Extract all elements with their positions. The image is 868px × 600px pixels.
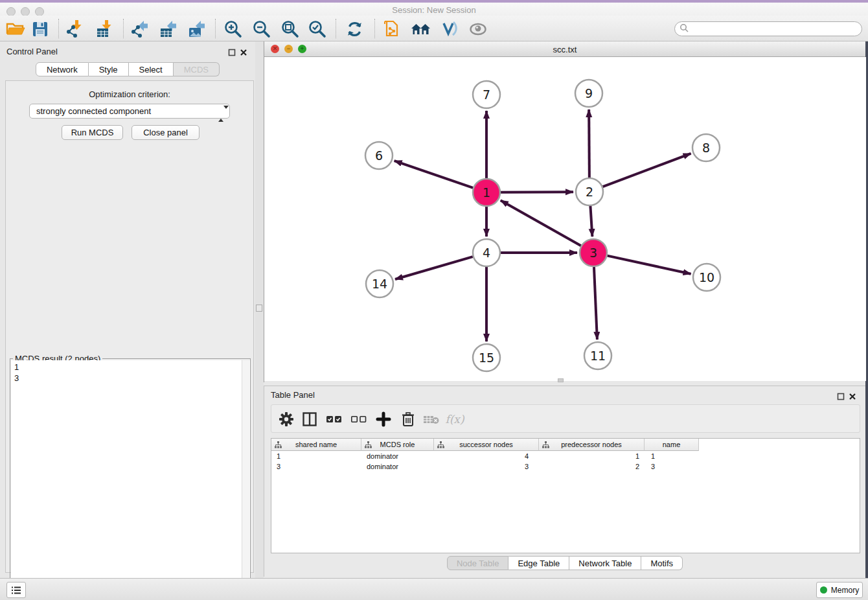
graph-node-label-11: 11 bbox=[590, 349, 606, 363]
zoom-in-icon[interactable] bbox=[223, 19, 244, 40]
zoom-out-icon[interactable] bbox=[251, 19, 272, 40]
column-header-successor-nodes[interactable]: successor nodes bbox=[434, 439, 539, 451]
graph-node-label-1: 1 bbox=[483, 185, 490, 200]
table-cell-successor-nodes[interactable]: 3 bbox=[434, 461, 539, 472]
export-network-icon[interactable] bbox=[130, 19, 150, 40]
mcds-result-scrollbar[interactable] bbox=[242, 360, 249, 600]
graph-node-label-2: 2 bbox=[586, 185, 593, 199]
network-graph[interactable]: 1234678910111415 bbox=[264, 57, 866, 381]
graph-node-label-9: 9 bbox=[585, 86, 593, 100]
control-panel-tabs: NetworkStyleSelectMCDS bbox=[0, 62, 255, 76]
add-column-icon[interactable] bbox=[374, 410, 393, 428]
gear-icon[interactable] bbox=[277, 410, 296, 428]
tab-node-table[interactable]: Node Table bbox=[447, 556, 509, 570]
optimization-criterion-label: Optimization criterion: bbox=[6, 89, 253, 99]
graph-edge-1-2[interactable] bbox=[501, 192, 573, 192]
refresh-icon[interactable] bbox=[345, 19, 365, 40]
graph-edge-2-9[interactable] bbox=[589, 110, 589, 178]
window-title: Session: New Session bbox=[0, 5, 868, 15]
memory-button[interactable]: Memory bbox=[816, 582, 863, 598]
run-mcds-button[interactable]: Run MCDS bbox=[62, 125, 123, 140]
graph-node-label-7: 7 bbox=[483, 87, 490, 102]
control-panel-float-icon[interactable] bbox=[228, 47, 236, 55]
split-columns-icon[interactable] bbox=[300, 410, 319, 428]
select-stepper-icon bbox=[218, 107, 224, 116]
vertical-splitter[interactable] bbox=[255, 41, 264, 578]
houses-icon[interactable] bbox=[411, 19, 431, 40]
function-builder-icon: f(x) bbox=[445, 410, 464, 428]
table-panel-tabs: Node TableEdge TableNetwork TableMotifs bbox=[264, 556, 865, 570]
table-cell-name[interactable]: 1 bbox=[645, 451, 699, 461]
control-panel-title: Control Panel bbox=[6, 47, 58, 56]
column-header-predecessor-nodes[interactable]: predecessor nodes bbox=[539, 439, 645, 451]
tab-select[interactable]: Select bbox=[129, 62, 174, 76]
optimization-criterion-select[interactable]: strongly connected component bbox=[29, 104, 230, 119]
tab-network[interactable]: Network bbox=[36, 62, 89, 76]
tab-mcds[interactable]: MCDS bbox=[174, 62, 220, 76]
trash-icon[interactable] bbox=[398, 410, 418, 428]
column-header-name[interactable]: name bbox=[645, 439, 699, 451]
eye-icon bbox=[468, 19, 488, 40]
import-table-icon[interactable] bbox=[95, 19, 115, 40]
toolbar-separator bbox=[374, 19, 375, 38]
export-image-icon[interactable] bbox=[187, 19, 207, 40]
table-cell-mcds-role[interactable]: dominator bbox=[361, 461, 434, 472]
mcds-panel: Optimization criterion: strongly connect… bbox=[5, 80, 254, 573]
tab-motifs[interactable]: Motifs bbox=[641, 556, 683, 570]
graph-edge-3-11[interactable] bbox=[594, 267, 597, 340]
ndex-document-icon[interactable] bbox=[382, 19, 403, 40]
search-input[interactable] bbox=[692, 24, 854, 34]
tab-edge-table[interactable]: Edge Table bbox=[508, 556, 569, 570]
cyndex-icon[interactable] bbox=[439, 19, 460, 40]
graph-edge-2-3[interactable] bbox=[590, 206, 592, 237]
graph-node-label-15: 15 bbox=[479, 351, 494, 365]
delete-table-icon bbox=[422, 410, 441, 428]
graph-edge-3-1[interactable] bbox=[501, 200, 581, 246]
task-history-button[interactable] bbox=[6, 582, 26, 598]
graph-edge-4-14[interactable] bbox=[395, 257, 473, 279]
memory-label: Memory bbox=[831, 586, 859, 595]
mcds-result-group: MCDS result (2 nodes) 1 3 bbox=[10, 358, 251, 600]
tab-network-table[interactable]: Network Table bbox=[569, 556, 641, 570]
canvas-scroll-thumb[interactable] bbox=[558, 378, 564, 382]
splitter-handle[interactable] bbox=[256, 305, 262, 312]
list-icon bbox=[11, 586, 21, 595]
table-cell-predecessor-nodes[interactable]: 1 bbox=[539, 451, 645, 461]
save-disk-icon[interactable] bbox=[30, 19, 51, 40]
application-window: Session: New Session bbox=[0, 0, 868, 600]
graph-edge-1-6[interactable] bbox=[394, 161, 474, 188]
network-window-title: scc.txt bbox=[264, 45, 865, 54]
table-cell-successor-nodes[interactable]: 4 bbox=[434, 451, 539, 461]
table-cell-name[interactable]: 3 bbox=[645, 461, 699, 472]
import-network-icon[interactable] bbox=[65, 19, 86, 40]
zoom-selected-icon[interactable] bbox=[307, 19, 328, 40]
table-row[interactable]: 1dominator411 bbox=[271, 451, 699, 461]
graph-edge-3-10[interactable] bbox=[607, 256, 691, 274]
table-cell-mcds-role[interactable]: dominator bbox=[361, 451, 434, 461]
toolbar-separator bbox=[336, 19, 336, 38]
tab-style[interactable]: Style bbox=[89, 62, 129, 76]
mcds-result-text[interactable]: 1 3 bbox=[11, 360, 250, 600]
table-panel: Table Panel f(x) bbox=[264, 386, 865, 577]
table-cell-predecessor-nodes[interactable]: 2 bbox=[539, 461, 645, 472]
select-all-icon[interactable] bbox=[325, 410, 344, 428]
toolbar-separator bbox=[123, 19, 124, 38]
graph-edge-2-8[interactable] bbox=[603, 154, 691, 187]
search-box[interactable] bbox=[674, 21, 862, 36]
table-cell-shared-name[interactable]: 3 bbox=[271, 461, 361, 472]
table-cell-shared-name[interactable]: 1 bbox=[271, 451, 361, 461]
column-header-shared-name[interactable]: shared name bbox=[271, 439, 361, 451]
table-panel-close-icon[interactable] bbox=[849, 391, 856, 399]
close-panel-button[interactable]: Close panel bbox=[131, 125, 200, 140]
table-panel-float-icon[interactable] bbox=[837, 391, 845, 399]
unselect-all-icon[interactable] bbox=[349, 410, 369, 428]
table-row[interactable]: 3dominator323 bbox=[271, 461, 699, 472]
network-canvas[interactable]: 1234678910111415 bbox=[264, 57, 866, 381]
control-panel-close-icon[interactable] bbox=[240, 47, 247, 55]
export-table-icon[interactable] bbox=[158, 19, 179, 40]
zoom-fit-icon[interactable] bbox=[280, 19, 301, 40]
column-header-mcds-role[interactable]: MCDS role bbox=[361, 439, 434, 451]
window-titlebar: Session: New Session bbox=[0, 3, 868, 16]
open-folder-icon[interactable] bbox=[5, 19, 26, 40]
graph-node-label-8: 8 bbox=[702, 141, 710, 155]
